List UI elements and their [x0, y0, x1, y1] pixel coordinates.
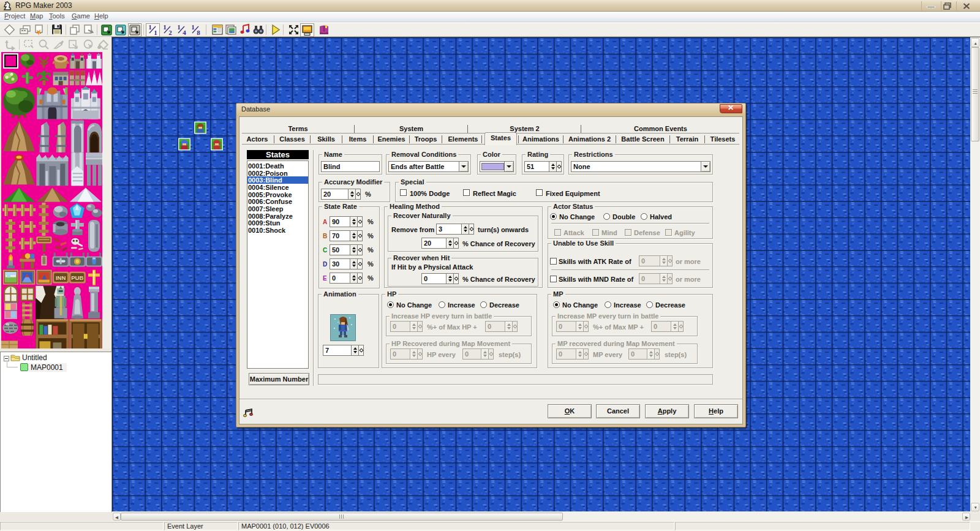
svg-text:1: 1 [177, 23, 181, 31]
svg-text:1: 1 [191, 23, 195, 31]
svg-text:8: 8 [197, 29, 200, 36]
svg-text:INN: INN [56, 274, 66, 281]
svg-text:1: 1 [163, 23, 167, 31]
svg-text:1: 1 [148, 23, 152, 31]
svg-text:2: 2 [168, 29, 172, 36]
svg-text:1: 1 [154, 29, 157, 36]
svg-text:4: 4 [183, 29, 186, 36]
svg-text:PUB: PUB [71, 274, 83, 281]
